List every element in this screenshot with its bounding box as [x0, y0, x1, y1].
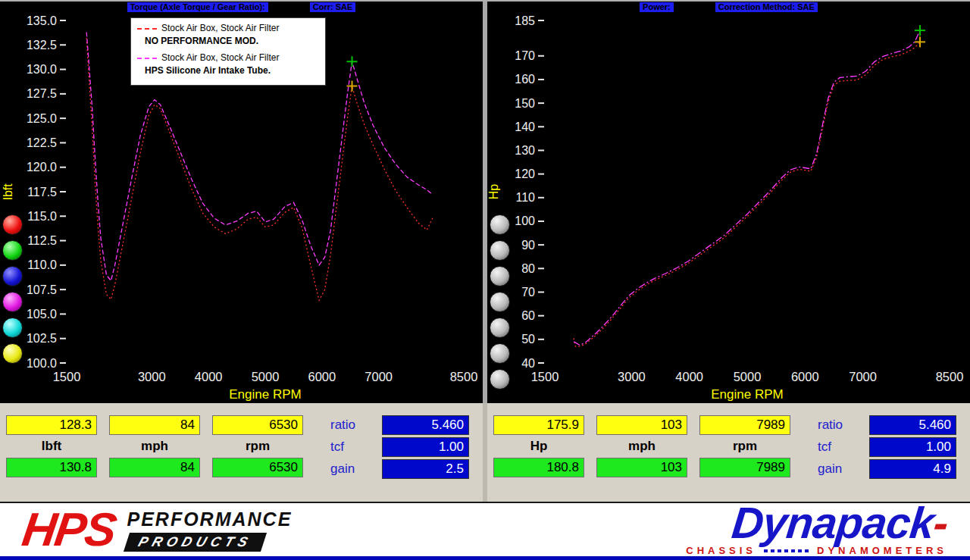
y-tick-label: 40 [521, 357, 535, 370]
power-rpm-column: 7989 rpm 7989 [699, 415, 790, 481]
dynapack-logo-text: Dynapack [729, 498, 936, 547]
x-tick-label: 6000 [791, 370, 819, 383]
channel-button-blue-2[interactable] [2, 266, 23, 286]
torque-side-values: ratio 5.460 tcf 1.00 gain 2.5 [330, 415, 469, 481]
x-tick-label: 5000 [252, 370, 280, 383]
torque-rpm-column: 6530 rpm 6530 [212, 415, 303, 481]
channel-button-gray-1[interactable] [490, 240, 510, 261]
channel-button-gray-4[interactable] [490, 318, 510, 338]
channel-button-gray-5[interactable] [490, 343, 510, 364]
legend-stock-line2: NO PERFORMANCE MOD. [145, 36, 319, 47]
tcf-value: 1.00 [869, 437, 956, 457]
charts-row: Torque (Axle Torque / Gear Ratio): Corr:… [0, 0, 970, 403]
tcf-label: tcf [818, 440, 862, 455]
y-tick-label: 135.0 [27, 14, 57, 27]
channel-button-green-1[interactable] [2, 240, 23, 261]
x-tick-label: 1500 [531, 370, 559, 383]
x-tick-label: 8500 [450, 370, 478, 383]
y-tick-label: 90 [521, 239, 535, 252]
torque-speed-column: 84 mph 84 [109, 415, 200, 481]
footer-logo-strip: HPS PERFORMANCE PRODUCTS Dynapack- CHASS… [0, 502, 970, 556]
power-value-column: 175.9 Hp 180.8 [493, 415, 584, 481]
torque-header: Torque (Axle Torque / Gear Ratio): Corr:… [0, 2, 483, 13]
hps-products-text: PRODUCTS [124, 533, 267, 552]
hps-performance-text: PERFORMANCE [127, 508, 292, 530]
speed-unit-label: mph [109, 437, 200, 455]
ratio-value: 5.460 [382, 415, 469, 435]
torque-value-column: 128.3 lbft 130.8 [6, 415, 97, 481]
speed-unit-label: mph [596, 437, 687, 455]
hps-speed-value: 103 [596, 458, 687, 477]
hps-peak-power-value: 180.8 [493, 458, 584, 477]
y-tick-label: 110.0 [27, 258, 57, 271]
channel-button-cyan-4[interactable] [2, 318, 23, 338]
ratio-value: 5.460 [869, 415, 956, 435]
y-tick-label: 130.0 [27, 63, 57, 76]
x-tick-label: 4000 [675, 370, 703, 383]
channel-button-gray-3[interactable] [490, 292, 510, 312]
torque-unit-label: lbft [6, 437, 97, 455]
power-title: Power: [640, 2, 674, 12]
y-tick-label: 70 [521, 286, 535, 299]
gain-value: 4.9 [869, 459, 956, 479]
torque-title: Torque (Axle Torque / Gear Ratio): [127, 2, 268, 12]
x-tick-label: 7000 [365, 370, 393, 383]
x-tick-label: 4000 [195, 370, 223, 383]
y-tick-label: 80 [521, 262, 535, 275]
power-side-values: ratio 5.460 tcf 1.00 gain 4.9 [818, 415, 956, 481]
stock-speed-value: 84 [109, 415, 200, 435]
y-tick-label: 107.5 [27, 283, 57, 296]
y-tick-label: 105.0 [27, 308, 57, 321]
power-speed-column: 103 mph 103 [596, 415, 687, 481]
dynapack-logo: Dynapack- CHASSIS DYNAMOMETERS [686, 503, 947, 556]
ratio-label: ratio [330, 418, 374, 433]
y-axis-label: Hp [487, 184, 500, 200]
y-tick-label: 150 [515, 97, 535, 110]
x-tick-label: 8500 [936, 370, 964, 383]
channel-button-gray-2[interactable] [490, 266, 510, 286]
y-axis-label: lbft [2, 183, 14, 200]
gain-value: 2.5 [382, 459, 469, 479]
stock-peak-power-value: 175.9 [493, 415, 584, 435]
y-tick-label: 130 [515, 144, 535, 157]
series-hps [574, 30, 920, 345]
x-tick-label: 1500 [53, 370, 81, 383]
y-tick-label: 125.0 [27, 112, 57, 125]
y-tick-label: 100.0 [27, 357, 57, 370]
channel-button-red-0[interactable] [2, 214, 23, 235]
x-tick-label: 3000 [618, 370, 646, 383]
readout-area: 128.3 lbft 130.8 84 mph 84 6530 rpm 6530… [0, 403, 970, 502]
y-tick-label: 120 [515, 167, 535, 180]
hps-logo: HPS PERFORMANCE PRODUCTS [23, 508, 292, 552]
torque-readout: 128.3 lbft 130.8 84 mph 84 6530 rpm 6530… [0, 403, 483, 502]
stock-rpm-value: 6530 [212, 415, 303, 435]
y-tick-label: 100 [515, 214, 535, 227]
hps-speed-value: 84 [109, 458, 200, 477]
dynapack-dots-icon [764, 549, 809, 552]
power-readout: 175.9 Hp 180.8 103 mph 103 7989 rpm 7989… [487, 403, 970, 502]
torque-panel: Torque (Axle Torque / Gear Ratio): Corr:… [0, 2, 483, 403]
stock-speed-value: 103 [596, 415, 687, 435]
stock-peak-torque-value: 128.3 [6, 415, 97, 435]
power-chart: 1851701601501401301201101009080706050401… [487, 13, 970, 403]
power-header: Power: Correction Method: SAE [487, 2, 970, 13]
ratio-label: ratio [818, 418, 862, 433]
y-tick-label: 102.5 [27, 332, 57, 345]
gain-label: gain [330, 461, 374, 477]
y-tick-label: 120.0 [27, 161, 57, 174]
channel-button-gray-0[interactable] [490, 214, 510, 235]
legend-stock-line1: Stock Air Box, Stock Air Filter [161, 23, 279, 34]
hps-rpm-value: 6530 [212, 458, 303, 477]
hps-rpm-value: 7989 [699, 458, 790, 477]
y-tick-label: 112.5 [27, 234, 57, 247]
y-tick-label: 50 [521, 333, 535, 346]
hps-line-sample-icon [137, 58, 157, 59]
legend-hps-line2: HPS Silicone Air Intake Tube. [145, 65, 319, 77]
legend-hps-line1: Stock Air Box, Stock Air Filter [161, 52, 279, 64]
channel-button-magenta-3[interactable] [2, 292, 23, 312]
channel-button-yellow-5[interactable] [2, 343, 23, 364]
y-tick-label: 160 [515, 73, 535, 86]
channel-button-gray-6[interactable] [490, 369, 510, 389]
rpm-unit-label: rpm [212, 437, 303, 455]
stock-rpm-value: 7989 [699, 415, 790, 435]
